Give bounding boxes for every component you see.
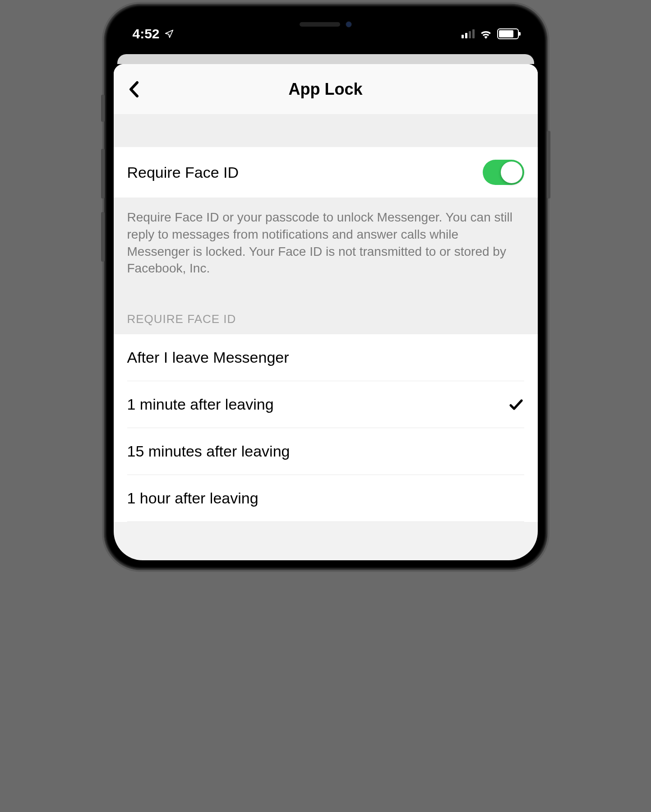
- back-button[interactable]: [125, 80, 143, 98]
- settings-sheet: App Lock Require Face ID Require Face ID…: [114, 64, 538, 560]
- require-faceid-toggle[interactable]: [483, 160, 524, 185]
- location-icon: [164, 29, 174, 39]
- faceid-description: Require Face ID or your passcode to unlo…: [114, 198, 538, 285]
- option-label: 15 minutes after leaving: [127, 443, 290, 460]
- toggle-knob: [501, 161, 522, 183]
- nav-header: App Lock: [114, 64, 538, 115]
- cellular-signal-icon: [462, 29, 475, 38]
- section-spacer: [114, 115, 538, 147]
- side-volume-up: [101, 149, 105, 198]
- timing-section-header: REQUIRE FACE ID: [114, 285, 538, 334]
- option-1-hour[interactable]: 1 hour after leaving: [127, 475, 524, 522]
- notch: [256, 14, 396, 35]
- page-title: App Lock: [288, 80, 362, 99]
- side-power-button: [547, 131, 550, 198]
- battery-icon: [497, 28, 519, 39]
- status-right: [462, 28, 519, 39]
- status-time: 4:52: [133, 26, 160, 42]
- option-15-minutes[interactable]: 15 minutes after leaving: [127, 428, 524, 475]
- option-label: 1 minute after leaving: [127, 396, 274, 413]
- phone-screen: 4:52: [114, 14, 538, 560]
- option-label: After I leave Messenger: [127, 349, 289, 366]
- side-mute-switch: [101, 95, 105, 122]
- status-left: 4:52: [133, 26, 174, 42]
- checkmark-icon: [508, 397, 524, 413]
- side-volume-down: [101, 212, 105, 262]
- speaker-grill: [300, 22, 340, 27]
- option-1-minute[interactable]: 1 minute after leaving: [127, 381, 524, 428]
- phone-frame: 4:52: [105, 5, 547, 569]
- wifi-icon: [479, 29, 493, 39]
- battery-fill: [499, 30, 513, 37]
- chevron-left-icon: [128, 81, 139, 98]
- require-faceid-label: Require Face ID: [127, 164, 239, 181]
- option-label: 1 hour after leaving: [127, 489, 259, 507]
- sheet-behind: [117, 54, 534, 64]
- require-faceid-row: Require Face ID: [114, 147, 538, 198]
- timing-option-list: After I leave Messenger 1 minute after l…: [114, 334, 538, 522]
- front-camera: [346, 21, 352, 28]
- option-after-leave[interactable]: After I leave Messenger: [127, 334, 524, 381]
